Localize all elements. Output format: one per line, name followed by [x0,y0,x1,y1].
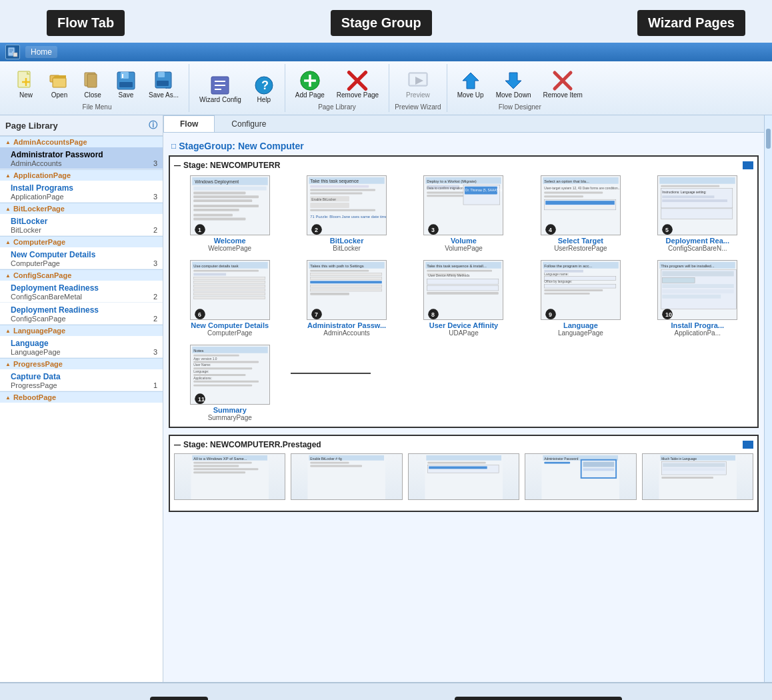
new-button[interactable]: New [11,67,41,101]
page-10-name: Install Progra... [671,321,724,329]
remove-item-icon [552,70,573,91]
sidebar-item-bitlocker[interactable]: BitLocker BitLocker 2 [0,214,163,236]
page-7-thumbnail: Takes this with path to Settings 7 [307,260,387,320]
svg-rect-100 [193,293,265,295]
remove-page-button[interactable]: Remove Page [332,67,383,101]
stage-header-left: — Stage: NEWCOMPUTERR [174,161,280,170]
sidebar-section-reboot-page[interactable]: RebootPage [0,391,163,403]
page-7-type: AdminAccounts [323,329,369,337]
save-as-button[interactable]: ... Save As... [144,67,183,101]
svg-text:8: 8 [432,311,435,318]
svg-text:...: ... [165,83,171,90]
flow-designer-label: Flow Designer [499,103,541,111]
remove-item-button[interactable]: Remove Item [538,67,587,101]
page-library-sidebar: Page Library ⓘ AdminAccountsPage Adminis… [0,115,163,682]
svg-rect-40 [193,209,239,211]
svg-rect-155 [193,361,259,363]
add-page-button[interactable]: Add Page [291,67,329,101]
sidebar-item-language[interactable]: Language LanguagePage 3 [0,336,163,358]
sidebar-item-capture-data[interactable]: Capture Data ProgressPage 1 [0,369,163,391]
wizard-page-4[interactable]: Select an option that bla... User-target… [525,174,636,253]
wizard-pages-row2: Use computer details task 6 [174,259,753,338]
open-button[interactable]: Open [44,67,75,101]
sidebar-item-deployment-readiness-scan[interactable]: Deployment Readiness ConfigScanPage 2 [0,303,163,325]
sidebar-item-title: Administrator Password [11,150,157,159]
svg-text:11: 11 [198,396,205,403]
preview-button[interactable]: Preview [401,67,435,101]
sidebar-info-icon[interactable]: ⓘ [149,119,157,131]
svg-text:Notes: Notes [193,349,203,353]
svg-rect-177 [311,465,363,467]
wizard-page-5[interactable]: Instructions: Language setting: 5 Deploy… [642,174,753,253]
wizard-page-10[interactable]: This program will be installed... 10 [642,259,753,338]
wizard-page-11[interactable]: Notes App: version 1.0 User Name: Langua… [174,343,285,423]
svg-rect-111 [310,285,382,287]
page-8-name: User Device Affinity [429,321,499,329]
tab-flow[interactable]: Flow [163,115,215,132]
svg-text:Take this task sequence & inst: Take this task sequence & install... [427,264,487,268]
collapse-icon[interactable]: □ [171,141,176,151]
sidebar-item-admin-password[interactable]: Administrator Password AdminAccounts 3 [0,147,163,169]
wizard-page-7[interactable]: Takes this with path to Settings 7 [291,259,402,338]
move-down-button[interactable]: Move Down [491,67,536,101]
home-tab-button[interactable]: Home [25,46,57,58]
help-button[interactable]: ? Help [249,72,279,106]
wizard-page-8[interactable]: Take this task sequence & install... Use… [408,259,519,338]
sidebar-section-config-scan-page[interactable]: ConfigScanPage [0,269,163,281]
stage-collapse-icon[interactable]: — [174,162,181,169]
sidebar-section-application-page[interactable]: ApplicationPage [0,169,163,181]
svg-rect-41 [193,214,233,217]
sidebar-section-language-page[interactable]: LanguagePage [0,325,163,336]
prestaged-collapse-icon[interactable]: — [174,441,181,449]
svg-rect-13 [121,72,129,79]
svg-text:Deploy to a Workst (Migrate): Deploy to a Workst (Migrate) [427,179,477,183]
wizard-config-button[interactable]: Wizard Config [195,72,246,106]
save-button[interactable]: Save [111,67,141,101]
svg-rect-195 [663,463,725,467]
new-icon [15,70,37,91]
sidebar-item-new-computer-details[interactable]: New Computer Details ComputerPage 3 [0,247,163,269]
svg-rect-38 [193,199,252,202]
wizard-page-9[interactable]: Follow the program in acc... Language na… [525,259,636,338]
flow-spacer-4 [642,343,753,423]
svg-marker-4 [13,53,17,57]
close-button[interactable]: Close [77,67,108,101]
preview-wizard-group: Preview Preview Wizard [389,64,447,112]
wizard-page-3[interactable]: Deploy to a Workst (Migrate) Data to con… [408,174,519,253]
svg-rect-123 [427,285,499,291]
sidebar-item-install-programs[interactable]: Install Programs ApplicationPage 3 [0,181,163,203]
top-annotations: Flow Tab Stage Group Wizard Pages [0,0,772,43]
svg-text:6: 6 [198,311,201,318]
vertical-scrollbar[interactable] [764,115,772,682]
sidebar-item-deployment-readiness-baremetal[interactable]: Deployment Readiness ConfigScanBareMetal… [0,281,163,303]
move-up-button[interactable]: Move Up [453,67,489,101]
svg-rect-143 [662,271,734,277]
tab-configure[interactable]: Configure [215,115,283,132]
svg-rect-176 [311,462,349,464]
svg-text:Language:: Language: [193,370,209,373]
stage-flag [743,161,753,169]
svg-rect-15 [122,74,123,78]
svg-text:App: version 1.0: App: version 1.0 [193,357,217,361]
svg-rect-14 [119,82,133,87]
page-6-type: ComputerPage [207,329,252,337]
wizard-page-6[interactable]: Use computer details task 6 [174,259,285,338]
svg-rect-87 [662,199,727,202]
svg-text:71 Puzzle: Bloom Jane uses sam: 71 Puzzle: Bloom Jane uses same date tim… [310,215,386,219]
wizard-page-1[interactable]: Windows Deployment 1 [174,174,285,253]
svg-text:All to a Windows XP of Same...: All to a Windows XP of Same... [193,457,247,461]
page-5-thumbnail: Instructions: Language setting: 5 [657,175,737,235]
svg-text:9: 9 [549,311,552,318]
flow-designer-group: Move Up Move Down [447,64,593,112]
sidebar-section-progress-page[interactable]: ProgressPage [0,358,163,369]
svg-text:Instructions: Language setting: Instructions: Language setting: [662,191,706,194]
stage-title: Stage: NEWCOMPUTERR [183,161,280,170]
wizard-page-2[interactable]: Take this task sequence Enable BitLocker… [291,174,402,253]
svg-text:10: 10 [665,311,672,318]
page-2-thumbnail: Take this task sequence Enable BitLocker… [307,175,387,235]
app-icon[interactable] [5,45,20,59]
sidebar-section-computer-page[interactable]: ComputerPage [0,236,163,247]
sidebar-section-admin-accounts-page[interactable]: AdminAccountsPage [0,136,163,147]
sidebar-section-bitlocker-page[interactable]: BitLockerPage [0,203,163,214]
main-layout: Page Library ⓘ AdminAccountsPage Adminis… [0,115,772,682]
